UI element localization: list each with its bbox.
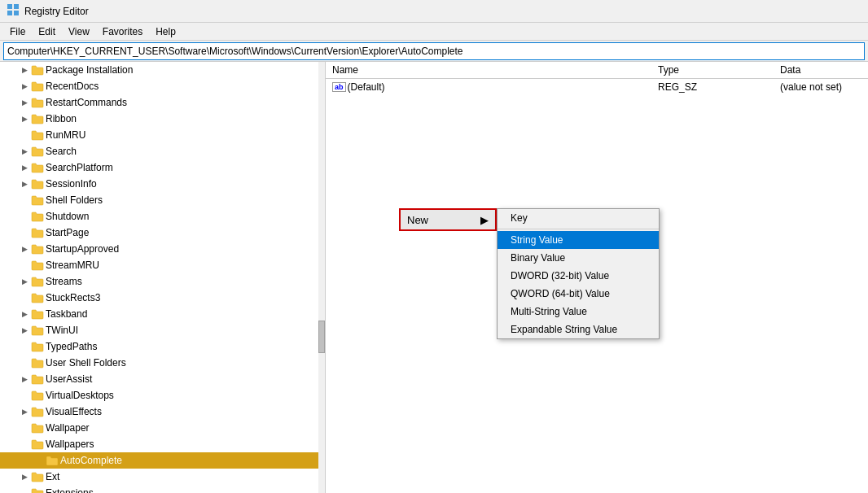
tree-label-stuckrects3: StuckRects3 <box>44 292 100 303</box>
expand-arrow-userassist[interactable] <box>18 373 31 386</box>
expand-arrow-searchplatform[interactable] <box>18 161 31 174</box>
submenu-item-multi-string-value[interactable]: Multi-String Value <box>498 303 659 321</box>
folder-icon-streammru <box>31 259 44 272</box>
tree-item-extensions[interactable]: Extensions <box>0 485 325 493</box>
tree-item-visualeffects[interactable]: VisualEffects <box>0 404 325 420</box>
expand-arrow-typedpaths[interactable] <box>18 340 31 353</box>
tree-item-streams[interactable]: Streams <box>0 273 325 290</box>
folder-icon-streams <box>31 275 44 288</box>
tree-item-autocomplete[interactable]: AutoComplete <box>0 452 325 469</box>
expand-arrow-ribbon[interactable] <box>18 112 31 125</box>
folder-icon-typedpaths <box>31 340 44 353</box>
tree-item-ribbon[interactable]: Ribbon <box>0 111 325 127</box>
menu-help[interactable]: Help <box>149 24 182 38</box>
expand-arrow-startpage[interactable] <box>18 226 31 239</box>
tree-item-restartcommands[interactable]: RestartCommands <box>0 94 325 111</box>
expand-arrow-streams[interactable] <box>18 275 31 288</box>
tree-label-recentdocs: RecentDocs <box>44 81 99 92</box>
expand-arrow-virtualdesktops[interactable] <box>18 389 31 402</box>
right-panel: Name Type Data ab (Default) REG_SZ (valu… <box>326 62 868 493</box>
expand-arrow-wallpaper[interactable] <box>18 421 31 434</box>
submenu-item-binary-value[interactable]: Binary Value <box>498 249 659 267</box>
folder-icon-searchplatform <box>31 161 44 174</box>
tree-item-twinui[interactable]: TWinUI <box>0 322 325 338</box>
expand-arrow-taskband[interactable] <box>18 308 31 321</box>
new-button[interactable]: New ▶ <box>399 208 497 231</box>
expand-arrow-shellfolders[interactable] <box>18 194 31 207</box>
tree-scrollbar[interactable] <box>318 62 325 493</box>
expand-arrow-search[interactable] <box>18 145 31 158</box>
tree-item-taskband[interactable]: Taskband <box>0 306 325 322</box>
col-header-type: Type <box>651 62 774 79</box>
tree-label-extensions: Extensions <box>44 487 94 493</box>
submenu-item-string-value[interactable]: String Value <box>498 231 659 249</box>
tree-label-search: Search <box>44 146 77 157</box>
tree-item-shellfolders[interactable]: Shell Folders <box>0 192 325 208</box>
expand-arrow-streammru[interactable] <box>18 259 31 272</box>
menu-file[interactable]: File <box>3 24 32 38</box>
folder-icon-startupapproved <box>31 242 44 255</box>
expand-arrow-ext[interactable] <box>18 470 31 483</box>
tree-item-search[interactable]: Search <box>0 143 325 159</box>
menu-edit[interactable]: Edit <box>32 24 62 38</box>
submenu-item-expandable-string-value[interactable]: Expandable String Value <box>498 321 659 338</box>
expand-arrow-restartcommands[interactable] <box>18 96 31 109</box>
tree-item-shutdown[interactable]: Shutdown <box>0 208 325 225</box>
tree-item-startupapproved[interactable]: StartupApproved <box>0 241 325 257</box>
expand-arrow-autocomplete[interactable] <box>33 454 46 467</box>
folder-icon-search <box>31 145 44 158</box>
expand-arrow-stuckrects3[interactable] <box>18 291 31 304</box>
tree-label-wallpaper: Wallpaper <box>44 422 90 434</box>
col-header-data: Data <box>774 62 868 79</box>
row-data: (value not set) <box>774 79 868 95</box>
tree-label-usershellfolders: User Shell Folders <box>44 357 126 369</box>
svg-rect-3 <box>14 11 19 15</box>
submenu-item-key[interactable]: Key <box>498 209 659 227</box>
tree-item-wallpapers[interactable]: Wallpapers <box>0 436 325 452</box>
submenu-item-qword-value[interactable]: QWORD (64-bit) Value <box>498 285 659 303</box>
tree-item-stuckrects3[interactable]: StuckRects3 <box>0 290 325 306</box>
expand-arrow-package-installation[interactable] <box>18 63 31 76</box>
folder-icon-autocomplete <box>46 454 59 467</box>
title-bar: Registry Editor <box>0 0 868 23</box>
tree-item-runmru[interactable]: RunMRU <box>0 127 325 143</box>
expand-arrow-shutdown[interactable] <box>18 210 31 223</box>
expand-arrow-runmru[interactable] <box>18 129 31 142</box>
tree-item-wallpaper[interactable]: Wallpaper <box>0 420 325 436</box>
submenu-item-dword-value[interactable]: DWORD (32-bit) Value <box>498 267 659 285</box>
scrollbar-thumb[interactable] <box>318 321 325 353</box>
tree-item-recentdocs[interactable]: RecentDocs <box>0 78 325 94</box>
folder-icon-shellfolders <box>31 194 44 207</box>
folder-icon-ribbon <box>31 112 44 125</box>
folder-icon-sessioninfo <box>31 177 44 190</box>
tree-item-package-installation[interactable]: Package Installation <box>0 62 325 78</box>
expand-arrow-twinui[interactable] <box>18 324 31 337</box>
tree-label-package-installation: Package Installation <box>44 64 133 76</box>
tree-item-typedpaths[interactable]: TypedPaths <box>0 338 325 355</box>
tree-item-virtualdesktops[interactable]: VirtualDesktops <box>0 387 325 404</box>
tree-label-startpage: StartPage <box>44 227 89 238</box>
expand-arrow-recentdocs[interactable] <box>18 80 31 93</box>
expand-arrow-wallpapers[interactable] <box>18 438 31 451</box>
tree-item-ext[interactable]: Ext <box>0 469 325 485</box>
tree-item-sessioninfo[interactable]: SessionInfo <box>0 176 325 192</box>
folder-icon-restartcommands <box>31 96 44 109</box>
menu-favorites[interactable]: Favorites <box>96 24 149 38</box>
context-menu-overlay: New ▶ Key String Value Binary Value DWOR… <box>399 208 497 231</box>
tree-item-streammru[interactable]: StreamMRU <box>0 257 325 273</box>
tree-label-typedpaths: TypedPaths <box>44 341 97 352</box>
menu-view[interactable]: View <box>62 24 96 38</box>
expand-arrow-usershellfolders[interactable] <box>18 356 31 369</box>
table-row[interactable]: ab (Default) REG_SZ (value not set) <box>326 79 868 95</box>
tree-item-usershellfolders[interactable]: User Shell Folders <box>0 355 325 371</box>
tree-item-searchplatform[interactable]: SearchPlatform <box>0 159 325 176</box>
expand-arrow-sessioninfo[interactable] <box>18 177 31 190</box>
address-input[interactable] <box>3 42 865 60</box>
tree-item-startpage[interactable]: StartPage <box>0 225 325 241</box>
expand-arrow-startupapproved[interactable] <box>18 242 31 255</box>
tree-item-userassist[interactable]: UserAssist <box>0 371 325 387</box>
default-value-icon: ab (Default) <box>332 81 385 93</box>
expand-arrow-visualeffects[interactable] <box>18 405 31 418</box>
folder-icon-taskband <box>31 308 44 321</box>
expand-arrow-extensions[interactable] <box>18 486 31 493</box>
